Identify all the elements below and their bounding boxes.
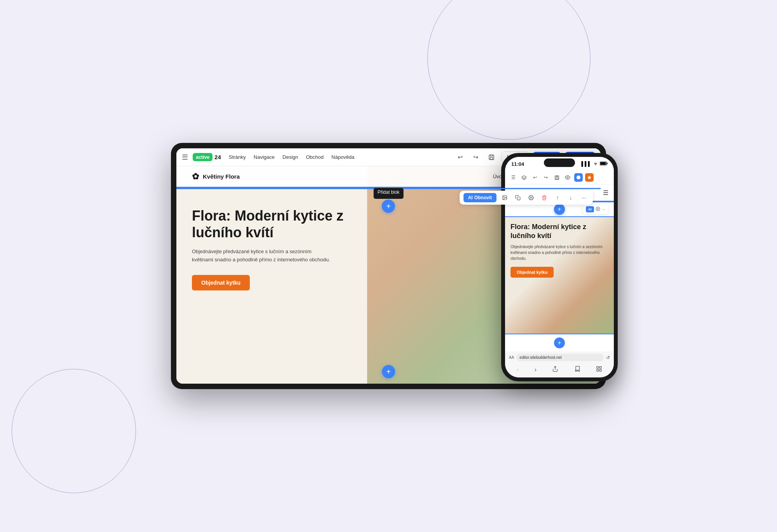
phone-bookmarks-button[interactable] bbox=[574, 366, 580, 374]
nav-pages[interactable]: Stránky bbox=[229, 154, 246, 160]
phone-add-button[interactable]: + bbox=[554, 204, 565, 215]
phone-wifi-icon bbox=[593, 161, 598, 167]
svg-point-9 bbox=[567, 177, 568, 178]
svg-rect-16 bbox=[599, 369, 601, 371]
add-block-button[interactable]: + bbox=[382, 200, 395, 213]
editor-nav: Stránky Navigace Design Obchod Nápověda bbox=[229, 154, 355, 160]
toolbar-copy-icon[interactable] bbox=[513, 193, 523, 203]
scene: ☰ active 24 Stránky Navigace Design Obch… bbox=[171, 143, 606, 389]
phone-layers-icon[interactable] bbox=[520, 173, 528, 182]
logo-container: active 24 bbox=[193, 153, 221, 161]
toolbar-settings-icon[interactable] bbox=[526, 193, 536, 203]
add-block-tooltip: Přidat blok + bbox=[374, 188, 404, 213]
phone-screen: 11:04 ▌▌▌ ☰ bbox=[505, 157, 614, 377]
nav-shop[interactable]: Obchod bbox=[306, 154, 324, 160]
toolbar-more-icon[interactable]: ··· bbox=[579, 193, 589, 203]
hamburger-icon[interactable]: ☰ bbox=[182, 153, 188, 162]
svg-point-10 bbox=[577, 176, 580, 179]
redo-button[interactable]: ↪ bbox=[470, 151, 482, 163]
phone-hero: Flora: Moderní kytice z lučního kvítí Ob… bbox=[505, 217, 614, 334]
phone-signal-icon: ▌▌▌ bbox=[581, 161, 591, 167]
site-logo-text: Květiny Flora bbox=[203, 173, 240, 180]
phone-redo-icon[interactable]: ↪ bbox=[542, 173, 550, 182]
phone-active-orange-icon[interactable] bbox=[585, 173, 594, 182]
phone-bottom-add-button[interactable]: + bbox=[554, 337, 565, 348]
toolbar-image-icon[interactable] bbox=[500, 193, 510, 203]
svg-point-11 bbox=[597, 209, 598, 210]
undo-button[interactable]: ↩ bbox=[455, 151, 466, 163]
hero-content: Flora: Moderní kytice z lučního kvítí Ob… bbox=[176, 188, 388, 310]
svg-rect-3 bbox=[517, 197, 520, 200]
site-logo: ✿ Květiny Flora bbox=[192, 172, 240, 182]
phone-save-icon[interactable] bbox=[552, 173, 561, 182]
phone-undo-icon[interactable]: ↩ bbox=[531, 173, 539, 182]
svg-rect-14 bbox=[599, 367, 601, 369]
phone-active-blue-icon[interactable] bbox=[574, 173, 583, 182]
svg-rect-13 bbox=[597, 367, 599, 369]
svg-rect-15 bbox=[597, 369, 599, 371]
hero-cta-button[interactable]: Objednat kytku bbox=[192, 275, 250, 290]
hero-subtitle: Objednávejte předvázané kytice s lučním … bbox=[192, 248, 332, 264]
phone-url-bar[interactable]: editor.sitebuilderhost.net bbox=[516, 354, 604, 361]
svg-point-2 bbox=[503, 196, 504, 197]
ai-label: Obnovit bbox=[474, 195, 492, 200]
phone-share-button[interactable] bbox=[552, 366, 558, 374]
logo-badge[interactable]: active bbox=[193, 153, 213, 161]
nav-design[interactable]: Design bbox=[282, 154, 298, 160]
phone-forward-button[interactable]: › bbox=[535, 366, 537, 373]
phone-status-icons: ▌▌▌ bbox=[581, 161, 608, 167]
phone-mini-toolbar: AI ··· bbox=[583, 205, 608, 214]
logo-24: 24 bbox=[214, 154, 221, 160]
phone-back-button[interactable]: ‹ bbox=[517, 366, 519, 373]
phone-ai-button[interactable]: AI bbox=[586, 206, 594, 212]
phone-reload-button[interactable]: ↺ bbox=[606, 355, 610, 360]
block-toolbar: AI Obnovit ↑ ↓ bbox=[460, 191, 593, 205]
phone-editor-bar: ☰ ↩ ↪ bbox=[505, 171, 614, 184]
svg-rect-6 bbox=[607, 163, 608, 164]
phone-toolbar-settings[interactable] bbox=[596, 207, 600, 212]
phone-toolbar-more[interactable]: ··· bbox=[602, 207, 605, 212]
deco-circle-top bbox=[427, 0, 591, 140]
bottom-add-block: + bbox=[382, 365, 395, 378]
phone-hero-cta-button[interactable]: Objednat kytku bbox=[510, 267, 554, 278]
phone-bottom-add: + bbox=[505, 334, 614, 351]
deco-circle-left bbox=[12, 369, 136, 493]
phone-hamburger-icon[interactable]: ☰ bbox=[509, 173, 517, 182]
phone-nav-bar: ‹ › bbox=[505, 363, 614, 377]
hero-title: Flora: Moderní kytice z lučního kvítí bbox=[192, 207, 373, 241]
phone-time: 11:04 bbox=[511, 161, 524, 167]
toolbar-move-down-icon[interactable]: ↓ bbox=[566, 193, 576, 203]
save-button[interactable] bbox=[486, 151, 497, 163]
svg-point-4 bbox=[530, 197, 532, 198]
phone-preview-icon[interactable] bbox=[563, 173, 572, 182]
ai-prefix: AI bbox=[468, 195, 473, 200]
nav-help[interactable]: Nápověda bbox=[331, 154, 354, 160]
phone-hero-subtitle: Objednávejte předvázané kytice s lučním … bbox=[510, 244, 608, 261]
svg-rect-7 bbox=[600, 162, 606, 165]
ai-refresh-button[interactable]: AI Obnovit bbox=[463, 193, 497, 202]
tooltip-label: Přidat blok bbox=[374, 188, 404, 199]
phone-aa-label: AA bbox=[509, 355, 514, 360]
phone-status-bar: 11:04 ▌▌▌ bbox=[505, 157, 614, 171]
phone-battery-icon bbox=[600, 161, 608, 167]
toolbar-move-up-icon[interactable]: ↑ bbox=[552, 193, 563, 203]
phone-hero-title: Flora: Moderní kytice z lučního kvítí bbox=[510, 223, 608, 240]
toolbar-delete-icon[interactable] bbox=[539, 193, 549, 203]
phone-browser-bar: AA editor.sitebuilderhost.net ↺ bbox=[505, 351, 614, 363]
bottom-add-button[interactable]: + bbox=[382, 365, 395, 378]
phone-hero-content: Flora: Moderní kytice z lučního kvítí Ob… bbox=[505, 217, 614, 283]
phone-nav-hamburger[interactable]: ☰ bbox=[603, 189, 608, 196]
mobile-phone: 11:04 ▌▌▌ ☰ bbox=[501, 153, 618, 381]
phone-tabs-button[interactable] bbox=[596, 366, 602, 374]
flower-icon: ✿ bbox=[192, 172, 199, 182]
desktop-monitor: ☰ active 24 Stránky Navigace Design Obch… bbox=[171, 143, 606, 389]
nav-navigation[interactable]: Navigace bbox=[254, 154, 275, 160]
phone-notch bbox=[544, 158, 575, 167]
